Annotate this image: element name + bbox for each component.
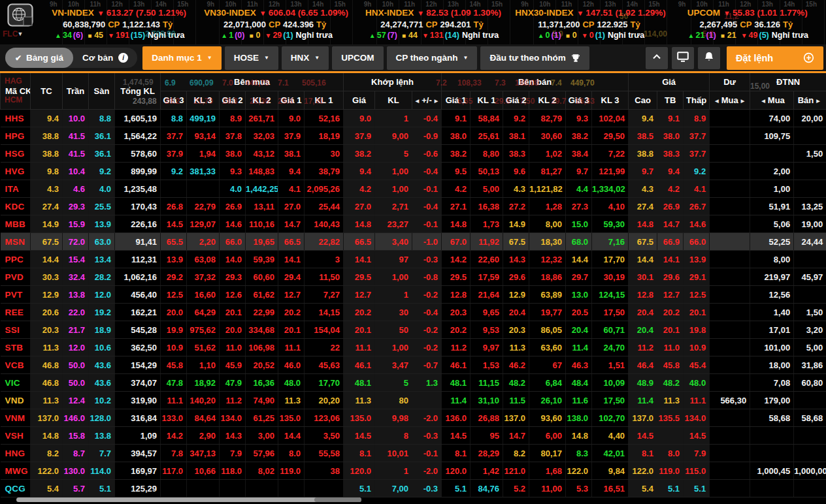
- index-panel-upcom[interactable]: 9h10h11h12h13h14h15hUPCOM▼55.83 (1.01 1.…: [669, 0, 826, 44]
- buy-volume-1-cell: 18,19: [305, 127, 344, 145]
- tab-hnx[interactable]: HNX▼: [282, 46, 329, 70]
- sell-price-1-cell: 4.2: [442, 180, 471, 198]
- ticker-cell[interactable]: PPC: [1, 251, 31, 268]
- index-panel-vnindex[interactable]: 9h10h11h12h13h14h15hVN-INDEX▼613.27 (7.5…: [41, 0, 197, 44]
- table-row-vcb[interactable]: VCB46.850.043.6154,2945.81,1045.920,5246…: [1, 356, 826, 374]
- scroll-right-icon[interactable]: ▶: [816, 99, 819, 103]
- ticker-cell[interactable]: PVD: [1, 268, 31, 286]
- table-row-hhs[interactable]: HHS9.410.08.81,605,198.8499,198.9261,719…: [1, 110, 826, 127]
- buy-volume-3-cell: 18,92: [187, 374, 220, 392]
- remain-buy-cell: [710, 163, 750, 180]
- high-price-cell: 46.4: [629, 356, 657, 374]
- buy-price-1-cell: 12.7: [278, 286, 305, 304]
- buy-price-3-cell: 47.8: [161, 374, 187, 392]
- ticker-cell[interactable]: SSI: [1, 321, 31, 339]
- table-row-mwg[interactable]: MWG122.0130.0114.0169,97117.010,66118.08…: [1, 462, 826, 480]
- table-row-kdc[interactable]: KDC27.429.325.5170,4326.822,7926.913,112…: [1, 198, 826, 215]
- table-row-qcg[interactable]: QCG5.45.75.1125,295.17,00-0.35.184,765.2…: [1, 480, 826, 497]
- chevron-down-icon: ▼: [264, 55, 269, 61]
- collapse-header-button[interactable]: [646, 47, 668, 69]
- tab-danh-m-c-1[interactable]: Danh mục 1▼: [142, 46, 221, 70]
- table-row-ssi[interactable]: SSI20.321.718.9545,2819.9975,6220.0334,6…: [1, 321, 826, 339]
- tab-hose[interactable]: HOSE▼: [225, 46, 278, 70]
- sell-volume-1-cell: 50,13: [471, 163, 503, 180]
- tab--u-t-theo-nh-m[interactable]: Đầu tư theo nhóm: [480, 46, 589, 70]
- table-row-ppc[interactable]: PPC14.415.413.4112,3113.963,0814.059,391…: [1, 251, 826, 268]
- notifications-button[interactable]: [698, 47, 720, 69]
- table-row-vnd[interactable]: VND11.312.410.2319,9011.1140,2011.274,90…: [1, 392, 826, 409]
- app-logo-icon[interactable]: [7, 3, 33, 29]
- table-row-pvd[interactable]: PVD30.332.428.21,062,1629.237,3229.360,6…: [1, 268, 826, 286]
- table-row-mbb[interactable]: MBB14.915.913.9226,1614.5129,0714.6110,1…: [1, 215, 826, 233]
- floor-price-cell: 36.1: [89, 145, 115, 163]
- info-icon[interactable]: i: [118, 53, 128, 63]
- ref-price-cell: 14.8: [31, 427, 63, 445]
- sell-price-2-cell: 12.9: [503, 286, 529, 304]
- table-row-ita[interactable]: ITA4.34.64.01,235,484.01,442,254.12,095,…: [1, 180, 826, 198]
- cp-label: CP: [582, 20, 594, 29]
- ticker-cell[interactable]: VNM: [1, 409, 31, 427]
- table-row-vic[interactable]: VIC46.850.043.6374,0747.818,9247.916,364…: [1, 374, 826, 392]
- buy-price-1-cell: 14.7: [278, 215, 305, 233]
- ticker-cell[interactable]: MBB: [1, 215, 31, 233]
- scroll-right-icon[interactable]: ▶: [435, 99, 438, 103]
- monitor-view-button[interactable]: [672, 47, 694, 69]
- ticker-cell[interactable]: MSN✖: [1, 233, 31, 251]
- table-row-ree[interactable]: REE20.622.019.2162,2120.064,2920.122,992…: [1, 304, 826, 321]
- table-row-vsh[interactable]: VSH14.815.813.81,0914.22,9014.33,0014.43…: [1, 427, 826, 445]
- scroll-right-icon[interactable]: ▶: [741, 99, 744, 103]
- ticker-cell[interactable]: PVT: [1, 286, 31, 304]
- table-row-stb[interactable]: STB11.312.010.6362,5010.951,6211.0106,98…: [1, 339, 826, 356]
- horizontal-scrollbar[interactable]: [16, 497, 361, 502]
- avg-price-cell: 29.6: [657, 268, 684, 286]
- foreign-buy-cell: 8,00: [750, 251, 794, 268]
- table-row-vnm[interactable]: VNM137.0146.0128.0316,84133.084,64134.06…: [1, 409, 826, 427]
- scroll-left-icon[interactable]: ◀: [715, 99, 718, 103]
- match-price-cell: 11.3: [344, 392, 375, 409]
- place-order-button[interactable]: Đặt lệnh: [727, 46, 823, 70]
- ticker-cell[interactable]: KDC: [1, 198, 31, 215]
- ticker-cell[interactable]: HVG: [1, 163, 31, 180]
- ticker-cell[interactable]: ITA: [1, 180, 31, 198]
- sell-price-2-cell: 121.0: [503, 462, 529, 480]
- total-volume-cell: 578,60: [115, 145, 161, 163]
- ticker-cell[interactable]: HSG: [1, 145, 31, 163]
- table-row-hsg[interactable]: HSG38.841.536.1578,6037.91,9438.043,1238…: [1, 145, 826, 163]
- table-row-hpg[interactable]: HPG38.841.536.11,564,2237.793,1437.832,0…: [1, 127, 826, 145]
- price-change-cell: -0.3: [412, 427, 442, 445]
- ticker-cell[interactable]: VSH: [1, 427, 31, 445]
- tab-cp-theo-ng-nh[interactable]: CP theo ngành▼: [387, 46, 478, 70]
- scroll-left-icon[interactable]: ◀: [416, 99, 419, 103]
- table-row-pvt[interactable]: PVT12.913.812.0456,4012.516,6012.661,621…: [1, 286, 826, 304]
- ticker-cell[interactable]: VCB: [1, 356, 31, 374]
- scroll-left-icon[interactable]: ◀: [761, 99, 765, 103]
- ticker-cell[interactable]: HPG: [1, 127, 31, 145]
- foreign-sell-cell: [794, 427, 826, 445]
- table-row-hvg[interactable]: HVG9.810.49.2899,999.2381,339.3148,839.4…: [1, 163, 826, 180]
- board-tab-co-ban[interactable]: Cơ bản i: [73, 53, 137, 63]
- tab-upcom[interactable]: UPCOM: [332, 46, 383, 70]
- index-panel-vn30index[interactable]: 9h10h11h12h13h14h15hVN30-INDEX▼606.04 (6…: [197, 0, 354, 44]
- table-row-msn[interactable]: MSN✖67.572.063.091,4165.52,2066.019,6566…: [1, 233, 826, 251]
- match-volume-cell: 5: [375, 145, 412, 163]
- ticker-cell[interactable]: STB: [1, 339, 31, 356]
- index-panel-hnx30index[interactable]: 9h10h11h12h13h14h15hHNX30-INDEX▼147.51 (…: [512, 0, 669, 44]
- total-volume-cell: 91,41: [115, 233, 161, 251]
- ticker-cell[interactable]: VND: [1, 392, 31, 409]
- logo-area[interactable]: ▼: [0, 0, 41, 44]
- index-panel-hnxindex[interactable]: 9h10h11h12h13h14h15hHNX-INDEX▼82.53 (1.0…: [355, 0, 512, 44]
- logo-dropdown-icon[interactable]: ▼: [18, 31, 24, 37]
- ticker-cell[interactable]: VIC: [1, 374, 31, 392]
- buy-price-2-cell: 45.9: [220, 356, 246, 374]
- ticker-cell[interactable]: HNG: [1, 445, 31, 462]
- ticker-cell[interactable]: QCG: [1, 480, 31, 497]
- scrollbar-thumb[interactable]: [314, 497, 361, 502]
- total-volume-cell: 394,57: [115, 445, 161, 462]
- ticker-cell[interactable]: HHS: [1, 110, 31, 127]
- sell-price-1-cell: 9.1: [442, 110, 471, 127]
- board-tab-bang-gia[interactable]: ✔ Bảng giá: [5, 48, 73, 68]
- ticker-cell[interactable]: REE: [1, 304, 31, 321]
- buy-volume-2-cell: 110,16: [246, 215, 278, 233]
- table-row-hng[interactable]: HNG8.28.77.7394,577.8347,137.957,968.055…: [1, 445, 826, 462]
- ticker-cell[interactable]: MWG: [1, 462, 31, 480]
